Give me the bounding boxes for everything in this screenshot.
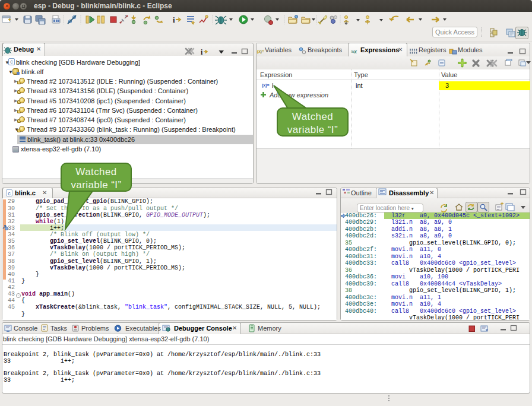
svg-text:≈x: ≈x (351, 49, 357, 55)
svg-text:(x)=: (x)= (257, 49, 264, 54)
svg-text:i: i (201, 48, 203, 56)
